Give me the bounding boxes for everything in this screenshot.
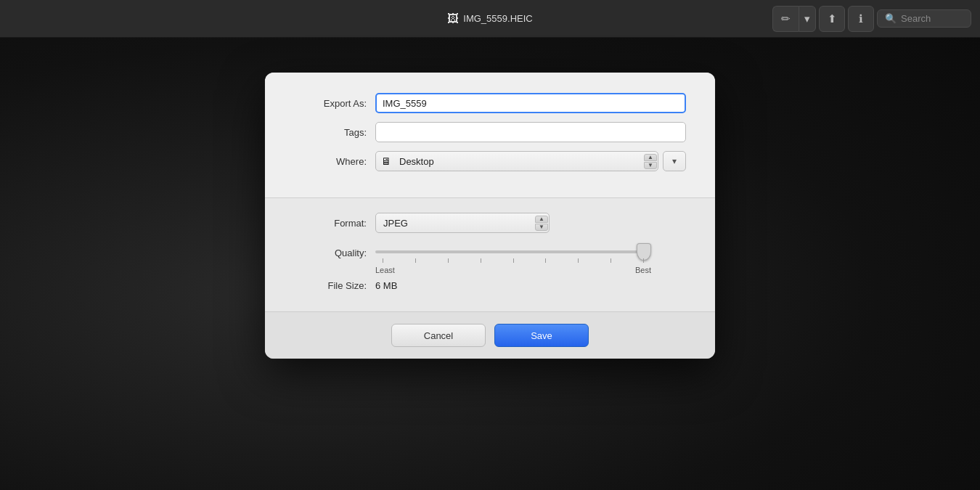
cancel-button[interactable]: Cancel bbox=[391, 324, 486, 347]
quality-labels: Least Best bbox=[375, 266, 651, 274]
tick-2 bbox=[415, 258, 416, 263]
format-select-wrapper: JPEG PNG TIFF HEIF ▲ ▼ bbox=[375, 213, 550, 233]
tick-7 bbox=[578, 258, 579, 263]
search-icon: 🔍 bbox=[885, 13, 897, 24]
titlebar-title: IMG_5559.HEIC bbox=[463, 13, 532, 24]
where-expand-button[interactable]: ▾ bbox=[663, 151, 686, 171]
tick-9 bbox=[643, 258, 644, 263]
quality-row: Quality: bbox=[294, 243, 686, 263]
tags-input[interactable] bbox=[375, 122, 686, 142]
quality-least-label: Least bbox=[375, 266, 395, 274]
where-select-wrapper: 🖥 Desktop Documents Downloads Home ▲ ▼ bbox=[375, 151, 658, 171]
format-stepper-up[interactable]: ▲ bbox=[535, 216, 548, 223]
where-stepper: ▲ ▼ bbox=[644, 154, 657, 169]
titlebar-title-group: 🖼 IMG_5559.HEIC bbox=[447, 12, 532, 25]
export-as-input[interactable] bbox=[375, 93, 686, 113]
tags-row: Tags: bbox=[294, 122, 686, 142]
edit-button-group: ✏ ▾ bbox=[772, 6, 816, 32]
dialog-footer: Cancel Save bbox=[265, 311, 715, 359]
where-stepper-up[interactable]: ▲ bbox=[644, 154, 657, 161]
filesize-value: 6 MB bbox=[375, 280, 397, 291]
save-button[interactable]: Save bbox=[494, 324, 589, 347]
format-row: Format: JPEG PNG TIFF HEIF ▲ ▼ bbox=[294, 213, 686, 233]
quality-label: Quality: bbox=[294, 248, 367, 258]
quality-slider[interactable] bbox=[375, 250, 651, 253]
tick-4 bbox=[481, 258, 481, 263]
export-as-label: Export As: bbox=[294, 98, 367, 109]
export-as-row: Export As: bbox=[294, 93, 686, 113]
tick-6 bbox=[545, 258, 546, 263]
format-select[interactable]: JPEG PNG TIFF HEIF bbox=[375, 213, 550, 233]
format-stepper: ▲ ▼ bbox=[535, 216, 548, 231]
search-placeholder: Search bbox=[901, 13, 931, 24]
tick-1 bbox=[383, 258, 383, 263]
tags-label: Tags: bbox=[294, 127, 367, 138]
dialog-lower: Format: JPEG PNG TIFF HEIF ▲ ▼ Quali bbox=[265, 198, 715, 311]
where-stepper-down[interactable]: ▼ bbox=[644, 162, 657, 169]
filesize-row: File Size: 6 MB bbox=[294, 280, 686, 291]
where-label: Where: bbox=[294, 156, 367, 167]
tick-5 bbox=[513, 258, 514, 263]
format-label: Format: bbox=[294, 218, 367, 229]
format-stepper-down[interactable]: ▼ bbox=[535, 224, 548, 231]
tick-3 bbox=[448, 258, 449, 263]
where-row: Where: 🖥 Desktop Documents Downloads Hom… bbox=[294, 151, 686, 171]
search-field[interactable]: 🔍 Search bbox=[877, 9, 971, 28]
filesize-label: File Size: bbox=[294, 280, 367, 291]
export-dialog: Export As: Tags: Where: 🖥 Desktop Docume… bbox=[265, 73, 715, 359]
edit-button[interactable]: ✏ bbox=[772, 6, 799, 32]
edit-chevron-button[interactable]: ▾ bbox=[799, 6, 816, 32]
dialog-upper: Export As: Tags: Where: 🖥 Desktop Docume… bbox=[265, 73, 715, 197]
info-button[interactable]: ℹ bbox=[848, 6, 874, 32]
quality-slider-wrapper bbox=[375, 243, 651, 263]
tick-8 bbox=[611, 258, 611, 263]
quality-best-label: Best bbox=[635, 266, 651, 274]
where-select[interactable]: Desktop Documents Downloads Home bbox=[375, 151, 658, 171]
titlebar-controls: ✏ ▾ ⬆ ℹ 🔍 Search bbox=[772, 0, 980, 37]
share-button[interactable]: ⬆ bbox=[819, 6, 845, 32]
file-icon: 🖼 bbox=[447, 12, 459, 25]
dialog-backdrop: Export As: Tags: Where: 🖥 Desktop Docume… bbox=[0, 38, 980, 490]
titlebar: 🖼 IMG_5559.HEIC ✏ ▾ ⬆ ℹ 🔍 Search bbox=[0, 0, 980, 38]
